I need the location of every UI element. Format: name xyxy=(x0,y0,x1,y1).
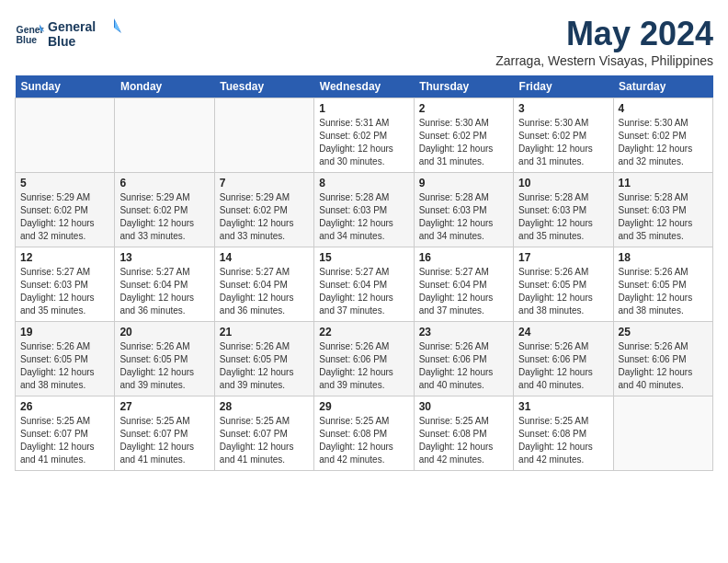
day-number: 11 xyxy=(619,177,708,190)
day-info: Sunrise: 5:27 AM Sunset: 6:03 PM Dayligh… xyxy=(20,266,109,317)
day-info: Sunrise: 5:28 AM Sunset: 6:03 PM Dayligh… xyxy=(619,191,708,243)
calendar-cell: 6Sunrise: 5:29 AM Sunset: 6:02 PM Daylig… xyxy=(115,173,214,247)
calendar-cell: 29Sunrise: 5:25 AM Sunset: 6:08 PM Dayli… xyxy=(314,396,414,471)
day-number: 10 xyxy=(518,177,608,190)
day-number: 15 xyxy=(319,251,408,264)
svg-marker-7 xyxy=(115,20,120,31)
calendar-cell: 2Sunrise: 5:30 AM Sunset: 6:02 PM Daylig… xyxy=(414,98,513,173)
calendar-table: SundayMondayTuesdayWednesdayThursdayFrid… xyxy=(15,75,713,471)
day-number: 8 xyxy=(319,177,408,190)
day-number: 7 xyxy=(220,177,309,190)
logo: General Blue General Blue General Blue xyxy=(15,15,121,52)
calendar-cell: 8Sunrise: 5:28 AM Sunset: 6:03 PM Daylig… xyxy=(314,173,414,247)
day-info: Sunrise: 5:28 AM Sunset: 6:03 PM Dayligh… xyxy=(319,191,408,243)
calendar-cell: 3Sunrise: 5:30 AM Sunset: 6:02 PM Daylig… xyxy=(514,98,613,173)
day-number: 18 xyxy=(619,251,708,264)
day-info: Sunrise: 5:26 AM Sunset: 6:06 PM Dayligh… xyxy=(518,340,608,392)
calendar-cell: 4Sunrise: 5:30 AM Sunset: 6:02 PM Daylig… xyxy=(613,98,712,173)
day-info: Sunrise: 5:27 AM Sunset: 6:04 PM Dayligh… xyxy=(119,266,209,317)
day-info: Sunrise: 5:25 AM Sunset: 6:08 PM Dayligh… xyxy=(419,415,508,466)
weekday-header-thursday: Thursday xyxy=(414,75,513,98)
weekday-header-row: SundayMondayTuesdayWednesdayThursdayFrid… xyxy=(16,75,713,98)
day-number: 16 xyxy=(419,251,508,264)
calendar-cell: 13Sunrise: 5:27 AM Sunset: 6:04 PM Dayli… xyxy=(115,247,214,322)
day-info: Sunrise: 5:25 AM Sunset: 6:07 PM Dayligh… xyxy=(220,415,309,466)
day-info: Sunrise: 5:25 AM Sunset: 6:07 PM Dayligh… xyxy=(20,415,109,466)
day-info: Sunrise: 5:27 AM Sunset: 6:04 PM Dayligh… xyxy=(220,266,309,317)
calendar-cell: 21Sunrise: 5:26 AM Sunset: 6:05 PM Dayli… xyxy=(214,322,313,396)
calendar-cell: 18Sunrise: 5:26 AM Sunset: 6:05 PM Dayli… xyxy=(613,247,712,322)
day-info: Sunrise: 5:27 AM Sunset: 6:04 PM Dayligh… xyxy=(419,266,508,317)
day-info: Sunrise: 5:25 AM Sunset: 6:08 PM Dayligh… xyxy=(518,415,608,466)
calendar-cell xyxy=(16,98,115,173)
day-info: Sunrise: 5:28 AM Sunset: 6:03 PM Dayligh… xyxy=(419,191,508,243)
day-info: Sunrise: 5:29 AM Sunset: 6:02 PM Dayligh… xyxy=(20,191,109,243)
day-number: 21 xyxy=(220,326,309,339)
calendar-cell: 17Sunrise: 5:26 AM Sunset: 6:05 PM Dayli… xyxy=(514,247,613,322)
calendar-cell: 5Sunrise: 5:29 AM Sunset: 6:02 PM Daylig… xyxy=(16,173,115,247)
day-info: Sunrise: 5:27 AM Sunset: 6:04 PM Dayligh… xyxy=(319,266,408,317)
calendar-cell: 1Sunrise: 5:31 AM Sunset: 6:02 PM Daylig… xyxy=(314,98,414,173)
svg-text:General: General xyxy=(48,19,96,34)
logo-icon: General Blue xyxy=(15,18,44,48)
day-number: 4 xyxy=(619,102,708,115)
day-number: 2 xyxy=(419,102,508,115)
calendar-cell: 27Sunrise: 5:25 AM Sunset: 6:07 PM Dayli… xyxy=(115,396,214,471)
day-number: 29 xyxy=(319,400,408,413)
day-number: 13 xyxy=(119,251,209,264)
calendar-cell: 9Sunrise: 5:28 AM Sunset: 6:03 PM Daylig… xyxy=(414,173,513,247)
calendar-cell: 30Sunrise: 5:25 AM Sunset: 6:08 PM Dayli… xyxy=(414,396,513,471)
calendar-cell: 12Sunrise: 5:27 AM Sunset: 6:03 PM Dayli… xyxy=(16,247,115,322)
day-info: Sunrise: 5:26 AM Sunset: 6:05 PM Dayligh… xyxy=(20,340,109,392)
calendar-cell xyxy=(214,98,313,173)
day-number: 26 xyxy=(20,400,109,413)
day-number: 9 xyxy=(419,177,508,190)
page-header: General Blue General Blue General Blue M… xyxy=(15,15,713,68)
calendar-cell: 7Sunrise: 5:29 AM Sunset: 6:02 PM Daylig… xyxy=(214,173,313,247)
day-number: 25 xyxy=(619,326,708,339)
day-info: Sunrise: 5:26 AM Sunset: 6:06 PM Dayligh… xyxy=(319,340,408,392)
day-info: Sunrise: 5:25 AM Sunset: 6:07 PM Dayligh… xyxy=(119,415,209,466)
day-number: 5 xyxy=(20,177,109,190)
calendar-cell: 14Sunrise: 5:27 AM Sunset: 6:04 PM Dayli… xyxy=(214,247,313,322)
day-number: 3 xyxy=(518,102,608,115)
day-info: Sunrise: 5:26 AM Sunset: 6:06 PM Dayligh… xyxy=(419,340,508,392)
weekday-header-saturday: Saturday xyxy=(613,75,712,98)
calendar-header: SundayMondayTuesdayWednesdayThursdayFrid… xyxy=(16,75,713,98)
day-number: 1 xyxy=(319,102,408,115)
day-number: 22 xyxy=(319,326,408,339)
calendar-week-row: 19Sunrise: 5:26 AM Sunset: 6:05 PM Dayli… xyxy=(16,322,713,396)
calendar-cell: 15Sunrise: 5:27 AM Sunset: 6:04 PM Dayli… xyxy=(314,247,414,322)
calendar-cell: 19Sunrise: 5:26 AM Sunset: 6:05 PM Dayli… xyxy=(16,322,115,396)
weekday-header-wednesday: Wednesday xyxy=(314,75,414,98)
day-info: Sunrise: 5:26 AM Sunset: 6:05 PM Dayligh… xyxy=(619,266,708,317)
day-number: 12 xyxy=(20,251,109,264)
day-info: Sunrise: 5:29 AM Sunset: 6:02 PM Dayligh… xyxy=(119,191,209,243)
day-info: Sunrise: 5:26 AM Sunset: 6:05 PM Dayligh… xyxy=(119,340,209,392)
day-info: Sunrise: 5:26 AM Sunset: 6:06 PM Dayligh… xyxy=(619,340,708,392)
calendar-body: 1Sunrise: 5:31 AM Sunset: 6:02 PM Daylig… xyxy=(16,98,713,471)
calendar-cell xyxy=(613,396,712,471)
calendar-cell: 22Sunrise: 5:26 AM Sunset: 6:06 PM Dayli… xyxy=(314,322,414,396)
day-number: 20 xyxy=(119,326,209,339)
calendar-cell: 28Sunrise: 5:25 AM Sunset: 6:07 PM Dayli… xyxy=(214,396,313,471)
calendar-week-row: 26Sunrise: 5:25 AM Sunset: 6:07 PM Dayli… xyxy=(16,396,713,471)
day-info: Sunrise: 5:26 AM Sunset: 6:05 PM Dayligh… xyxy=(220,340,309,392)
day-info: Sunrise: 5:30 AM Sunset: 6:02 PM Dayligh… xyxy=(419,117,508,168)
calendar-cell: 24Sunrise: 5:26 AM Sunset: 6:06 PM Dayli… xyxy=(514,322,613,396)
day-number: 6 xyxy=(119,177,209,190)
calendar-cell: 11Sunrise: 5:28 AM Sunset: 6:03 PM Dayli… xyxy=(613,173,712,247)
logo-graphic: General Blue xyxy=(48,15,121,52)
day-info: Sunrise: 5:26 AM Sunset: 6:05 PM Dayligh… xyxy=(518,266,608,317)
day-number: 14 xyxy=(220,251,309,264)
day-info: Sunrise: 5:30 AM Sunset: 6:02 PM Dayligh… xyxy=(619,117,708,168)
calendar-cell: 25Sunrise: 5:26 AM Sunset: 6:06 PM Dayli… xyxy=(613,322,712,396)
day-number: 27 xyxy=(119,400,209,413)
day-info: Sunrise: 5:28 AM Sunset: 6:03 PM Dayligh… xyxy=(518,191,608,243)
calendar-cell: 23Sunrise: 5:26 AM Sunset: 6:06 PM Dayli… xyxy=(414,322,513,396)
day-number: 24 xyxy=(518,326,608,339)
month-title: May 2024 xyxy=(495,15,713,53)
day-number: 31 xyxy=(518,400,608,413)
day-number: 28 xyxy=(220,400,309,413)
calendar-week-row: 12Sunrise: 5:27 AM Sunset: 6:03 PM Dayli… xyxy=(16,247,713,322)
